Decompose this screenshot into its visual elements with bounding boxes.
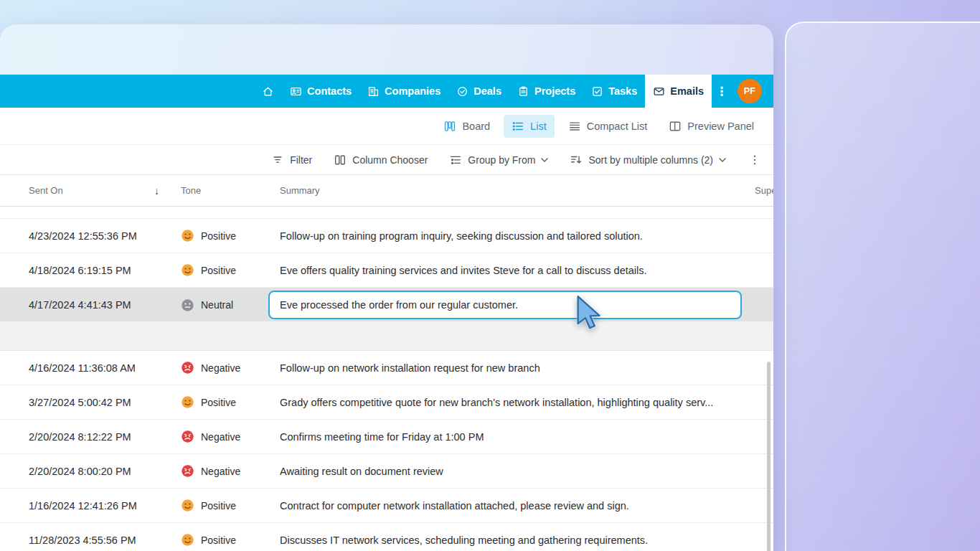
partial-row [0, 207, 773, 219]
table-row[interactable]: 2/20/2024 8:00:20 PM Negative Awaiting r… [0, 454, 773, 489]
home-icon [262, 85, 274, 98]
tone-face-icon [181, 499, 194, 512]
view-option-label: Compact List [587, 121, 648, 132]
positive-face-icon [181, 229, 194, 242]
summary-cell[interactable]: Confirms meeting time for Friday at 1:00… [268, 431, 742, 443]
table-header: Sent On ↓ Tone Summary Supe [0, 175, 773, 207]
table-row[interactable]: 4/16/2024 11:36:08 AM Negative Follow-up… [0, 351, 773, 385]
grid-toolbar: Filter Column Chooser Group by From Sort… [0, 145, 773, 175]
group-by-button[interactable]: Group by From [449, 154, 548, 166]
tone-face-icon [181, 533, 194, 547]
tone-face-icon [181, 395, 194, 409]
column-header-clipped[interactable]: Supe [742, 185, 773, 196]
sort-button[interactable]: Sort by multiple columns (2) [570, 154, 726, 166]
tone-cell: Negative [181, 430, 268, 443]
content-area: Board List Compact List Preview Panel Fi… [0, 108, 773, 551]
view-option-board[interactable]: Board [435, 115, 498, 138]
sent-on-cell: 2/20/2024 8:12:22 PM [0, 431, 181, 443]
column-chooser-icon [334, 154, 347, 166]
positive-face-icon [181, 263, 194, 277]
column-header-sent-on[interactable]: Sent On ↓ [0, 185, 181, 197]
tone-label: Negative [201, 362, 240, 374]
tone-cell: Positive [181, 263, 268, 277]
tone-label: Positive [201, 230, 236, 242]
summary-cell[interactable]: Contract for computer network installati… [268, 500, 742, 512]
view-switcher: Board List Compact List Preview Panel [0, 108, 773, 145]
contacts-icon [290, 85, 302, 98]
column-chooser-label: Column Chooser [352, 154, 428, 166]
positive-face-icon [181, 499, 194, 512]
table-row[interactable]: 1/16/2024 12:41:26 PM Positive Contract … [0, 489, 773, 523]
sent-on-cell: 4/16/2024 11:36:08 AM [0, 362, 181, 374]
negative-face-icon [181, 430, 194, 443]
nav-item-projects[interactable]: Projects [509, 75, 583, 108]
view-option-label: Board [462, 121, 490, 132]
summary-cell[interactable]: Discusses IT network services, schedulin… [268, 534, 742, 546]
sent-on-cell: 4/18/2024 6:19:15 PM [0, 265, 181, 276]
negative-face-icon [181, 361, 194, 375]
summary-cell[interactable]: Awaiting result on document review [268, 466, 742, 477]
vertical-scrollbar[interactable] [767, 362, 771, 551]
view-option-label: Preview Panel [687, 121, 754, 132]
sent-on-cell: 4/23/2024 12:55:36 PM [0, 230, 181, 242]
toolbar-overflow-button[interactable]: ⋮ [748, 153, 762, 166]
nav-item-label: Deals [473, 85, 501, 97]
tone-face-icon [181, 298, 194, 312]
preview-panel-icon [669, 120, 682, 133]
nav-overflow-button[interactable]: ⋮ [712, 84, 732, 99]
nav-item-home[interactable] [254, 75, 282, 108]
tone-label: Neutral [201, 299, 233, 311]
sort-icon [570, 154, 583, 166]
view-option-preview-panel[interactable]: Preview Panel [661, 115, 762, 138]
top-nav: Contacts Companies Deals Projects Tasks … [0, 75, 773, 108]
positive-face-icon [181, 533, 194, 547]
view-option-compact-list[interactable]: Compact List [560, 115, 656, 138]
table-row[interactable]: 11/28/2023 4:55:56 PM Positive Discusses… [0, 523, 773, 551]
summary-cell[interactable]: Eve processed the order from our regular… [268, 291, 742, 319]
filter-icon [271, 154, 284, 166]
summary-cell[interactable]: Grady offers competitive quote for new b… [268, 397, 742, 408]
view-option-label: List [530, 121, 547, 132]
sent-on-cell: 3/27/2024 5:00:42 PM [0, 397, 181, 408]
table-row[interactable]: 4/23/2024 12:55:36 PM Positive Follow-up… [0, 219, 773, 253]
tone-face-icon [181, 229, 194, 242]
sent-on-cell: 2/20/2024 8:00:20 PM [0, 466, 181, 477]
nav-item-companies[interactable]: Companies [359, 75, 448, 108]
avatar[interactable]: PF [738, 79, 762, 103]
column-header-label: Sent On [29, 185, 63, 196]
tone-face-icon [181, 430, 194, 443]
background-window [785, 22, 980, 551]
nav-item-deals[interactable]: Deals [448, 75, 509, 108]
compact-list-icon [568, 120, 581, 133]
app-window: Contacts Companies Deals Projects Tasks … [0, 24, 773, 551]
table-row[interactable]: 4/18/2024 6:19:15 PM Positive Eve offers… [0, 253, 773, 288]
nav-item-contacts[interactable]: Contacts [282, 75, 359, 108]
window-chrome [0, 24, 773, 75]
summary-cell[interactable]: Eve offers quality training services and… [268, 265, 742, 276]
neutral-face-icon [181, 298, 194, 312]
filter-button[interactable]: Filter [271, 154, 312, 166]
tone-label: Negative [201, 431, 240, 443]
tone-label: Positive [201, 265, 236, 276]
nav-item-label: Companies [385, 85, 440, 97]
table-row[interactable]: 2/20/2024 8:12:22 PM Negative Confirms m… [0, 420, 773, 454]
nav-item-tasks[interactable]: Tasks [583, 75, 645, 108]
table-row[interactable]: 4/17/2024 4:41:43 PM Neutral Eve process… [0, 288, 773, 322]
tone-face-icon [181, 263, 194, 277]
tone-cell: Neutral [181, 298, 268, 312]
tone-cell: Negative [181, 361, 268, 375]
tone-cell: Negative [181, 464, 268, 478]
summary-cell[interactable]: Follow-up on training program inquiry, s… [268, 230, 742, 242]
view-option-list[interactable]: List [504, 115, 555, 138]
summary-cell[interactable]: Follow-up on network installation reques… [268, 362, 742, 374]
table-row[interactable]: 3/27/2024 5:00:42 PM Positive Grady offe… [0, 385, 773, 420]
column-header-tone[interactable]: Tone [181, 185, 268, 196]
tone-face-icon [181, 361, 194, 375]
sort-descending-icon[interactable]: ↓ [154, 185, 159, 197]
emails-icon [653, 85, 665, 98]
nav-item-emails[interactable]: Emails [645, 75, 712, 108]
column-chooser-button[interactable]: Column Chooser [334, 154, 428, 166]
column-header-summary[interactable]: Summary [268, 185, 742, 196]
group-by-label: Group by From [468, 154, 535, 166]
board-icon [443, 120, 456, 133]
